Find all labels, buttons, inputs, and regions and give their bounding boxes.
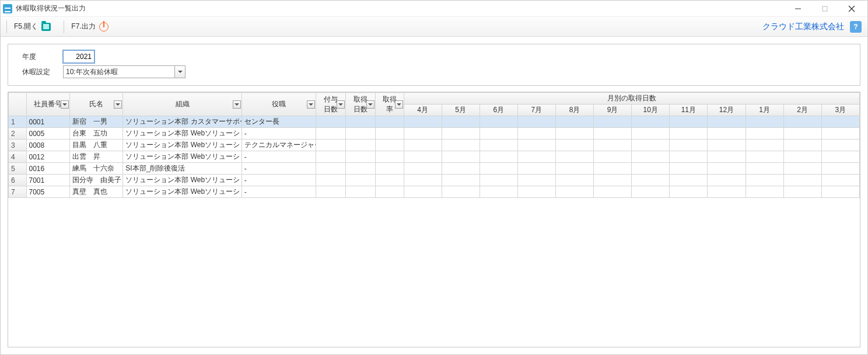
- minimize-button[interactable]: [785, 1, 811, 17]
- header-month[interactable]: 6月: [480, 105, 517, 116]
- month-cell: [821, 163, 859, 175]
- table-row[interactable]: 10001新宿 一男ソリューション本部 カスタマーサポートセセンター長: [9, 116, 860, 128]
- header-taken[interactable]: 取得 日数: [345, 93, 375, 116]
- name-cell: 真壁 真也: [69, 186, 123, 198]
- rownum-cell: 5: [9, 163, 27, 175]
- close-button[interactable]: [838, 1, 865, 17]
- position-cell: テクニカルマネージャー: [242, 140, 316, 151]
- month-cell: [480, 128, 517, 140]
- position-cell: -: [242, 163, 316, 175]
- month-cell: [517, 163, 555, 175]
- header-position[interactable]: 役職: [242, 93, 316, 116]
- open-button[interactable]: F5.開く: [9, 19, 55, 34]
- month-cell: [783, 163, 821, 175]
- month-cell: [594, 128, 632, 140]
- filter-icon[interactable]: [337, 100, 345, 109]
- header-rownum: [9, 93, 27, 116]
- table-row[interactable]: 40012出雲 昇ソリューション本部 Webソリューション部-: [9, 151, 860, 163]
- month-cell: [783, 175, 821, 186]
- help-button[interactable]: ?: [850, 21, 862, 33]
- vacation-setting-select[interactable]: 10:年次有給休暇: [63, 65, 186, 78]
- month-cell: [783, 151, 821, 163]
- vacation-setting-value: 10:年次有給休暇: [64, 67, 174, 77]
- month-cell: [821, 140, 859, 151]
- header-month[interactable]: 4月: [404, 105, 442, 116]
- output-label: F7.出力: [71, 22, 95, 32]
- name-cell: 練馬 十六奈: [69, 163, 123, 175]
- header-org[interactable]: 組織: [123, 93, 242, 116]
- header-month[interactable]: 1月: [746, 105, 783, 116]
- org-cell: ソリューション本部 Webソリューション部: [123, 175, 242, 186]
- header-month[interactable]: 8月: [555, 105, 593, 116]
- header-month[interactable]: 10月: [632, 105, 670, 116]
- rate-cell: [375, 116, 404, 128]
- month-cell: [404, 186, 442, 198]
- open-label: F5.開く: [14, 22, 38, 32]
- svg-marker-8: [309, 103, 313, 106]
- month-cell: [821, 128, 859, 140]
- position-cell: センター長: [242, 116, 316, 128]
- month-cell: [746, 186, 783, 198]
- month-cell: [632, 116, 670, 128]
- empno-cell: 0012: [26, 151, 69, 163]
- month-cell: [708, 186, 746, 198]
- month-cell: [480, 116, 517, 128]
- header-monthly-group: 月別の取得日数: [404, 93, 859, 105]
- granted-cell: [316, 163, 346, 175]
- header-rate[interactable]: 取得 率: [375, 93, 404, 116]
- month-cell: [404, 151, 442, 163]
- svg-marker-6: [116, 103, 120, 106]
- month-cell: [632, 151, 670, 163]
- toolbar-separator: [64, 20, 64, 33]
- filter-icon[interactable]: [366, 100, 374, 109]
- header-empno[interactable]: 社員番号: [26, 93, 69, 116]
- header-month[interactable]: 12月: [708, 105, 746, 116]
- data-grid[interactable]: 社員番号 氏名 組織 役職: [8, 92, 860, 347]
- window-title: 休暇取得状況一覧出力: [16, 4, 86, 13]
- header-name[interactable]: 氏名: [69, 93, 123, 116]
- month-cell: [404, 163, 442, 175]
- table-row[interactable]: 30008目黒 八重ソリューション本部 Webソリューション部テクニカルマネージ…: [9, 140, 860, 151]
- table-row[interactable]: 67001国分寺 由美子ソリューション本部 Webソリューション部-: [9, 175, 860, 186]
- chevron-down-icon: [174, 66, 185, 78]
- header-month[interactable]: 11月: [670, 105, 708, 116]
- rownum-cell: 3: [9, 140, 27, 151]
- filter-icon[interactable]: [61, 100, 69, 109]
- month-cell: [708, 116, 746, 128]
- svg-rect-1: [822, 6, 827, 11]
- month-cell: [442, 163, 480, 175]
- month-cell: [746, 116, 783, 128]
- output-button[interactable]: F7.出力: [66, 19, 113, 34]
- maximize-button[interactable]: [811, 1, 838, 17]
- taken-cell: [345, 151, 375, 163]
- header-granted[interactable]: 付与 日数: [316, 93, 346, 116]
- header-month[interactable]: 7月: [517, 105, 555, 116]
- table-row[interactable]: 50016練馬 十六奈SI本部_削除後復活-: [9, 163, 860, 175]
- rate-cell: [375, 163, 404, 175]
- org-cell: ソリューション本部 Webソリューション部: [123, 151, 242, 163]
- table-row[interactable]: 20005台東 五功ソリューション本部 Webソリューション部-: [9, 128, 860, 140]
- rate-cell: [375, 186, 404, 198]
- header-month[interactable]: 9月: [594, 105, 632, 116]
- rownum-cell: 7: [9, 186, 27, 198]
- header-month[interactable]: 3月: [821, 105, 859, 116]
- grid-header: 社員番号 氏名 組織 役職: [9, 93, 860, 116]
- year-input[interactable]: [63, 50, 94, 63]
- taken-cell: [345, 140, 375, 151]
- month-cell: [517, 175, 555, 186]
- filter-icon[interactable]: [395, 100, 403, 109]
- table-row[interactable]: 77005真壁 真也ソリューション本部 Webソリューション部-: [9, 186, 860, 198]
- month-cell: [480, 140, 517, 151]
- filter-icon[interactable]: [114, 100, 122, 109]
- org-cell: ソリューション本部 カスタマーサポートセ: [123, 116, 242, 128]
- header-month[interactable]: 5月: [442, 105, 480, 116]
- month-cell: [783, 116, 821, 128]
- header-month[interactable]: 2月: [783, 105, 821, 116]
- month-cell: [517, 140, 555, 151]
- filter-icon[interactable]: [233, 100, 241, 109]
- svg-marker-9: [338, 103, 343, 106]
- filter-panel: 年度 休暇設定 10:年次有給休暇: [8, 44, 860, 86]
- filter-icon[interactable]: [307, 100, 315, 109]
- month-cell: [632, 140, 670, 151]
- titlebar: 休暇取得状況一覧出力: [1, 1, 867, 17]
